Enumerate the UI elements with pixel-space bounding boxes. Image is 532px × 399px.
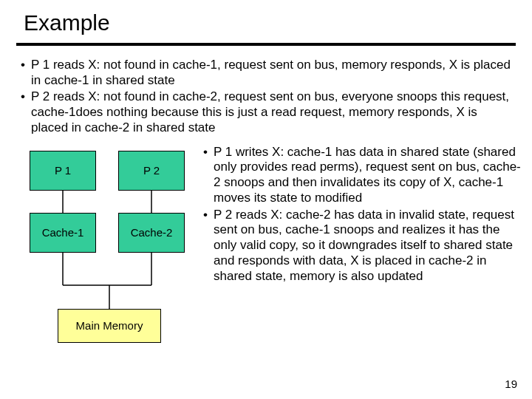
page-number: 19 <box>505 378 517 390</box>
bullet-item: P 2 reads X: not found in cache-2, reque… <box>21 89 511 135</box>
bullet-item: P 2 reads X: cache-2 has data in invalid… <box>203 208 523 284</box>
slide-title: Example <box>0 0 532 43</box>
right-bullet-list: P 1 writes X: cache-1 has data in shared… <box>197 145 526 359</box>
processor-2-box: P 2 <box>118 151 185 191</box>
cache-2-box: Cache-2 <box>118 213 185 253</box>
architecture-diagram: P 1 P 2 Cache-1 Cache-2 Main Memory <box>24 145 197 359</box>
bullet-item: P 1 writes X: cache-1 has data in shared… <box>203 145 523 206</box>
top-bullet-list: P 1 reads X: not found in cache-1, reque… <box>0 46 532 136</box>
bullet-item: P 1 reads X: not found in cache-1, reque… <box>21 58 511 88</box>
processor-1-box: P 1 <box>30 151 96 191</box>
cache-1-box: Cache-1 <box>30 213 96 253</box>
main-memory-box: Main Memory <box>58 309 161 343</box>
